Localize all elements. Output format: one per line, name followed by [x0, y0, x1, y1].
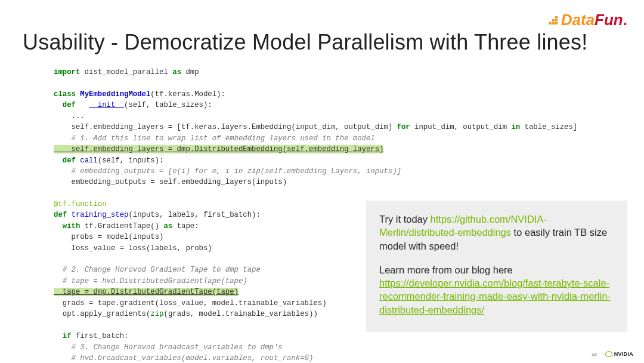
slide-footer: 19 NVIDIA — [592, 351, 633, 357]
code-comment: # 2. Change Horovod Gradient Tape to dmp… — [54, 266, 261, 274]
blog-link[interactable]: https://developer.nvidia.com/blog/fast-t… — [379, 278, 611, 315]
info-text: Learn more from our blog here — [379, 264, 513, 275]
code-text: grads = tape.gradient(loss_value, model.… — [54, 299, 327, 307]
code-text: self.embedding_layers = [tf.keras.layers… — [54, 123, 397, 131]
kw-in: in — [511, 123, 520, 131]
code-text: probs = model(inputs) — [54, 233, 163, 241]
code-text: (self, inputs): — [98, 156, 164, 165]
code-text: tf.GradientTape() — [85, 222, 164, 230]
fn-call: call — [80, 156, 98, 165]
decorator: @tf.function — [54, 200, 107, 208]
highlighted-line-1: self.embedding_layers = dmp.DistributedE… — [54, 145, 383, 153]
code-text: (inputs, labels, first_batch): — [128, 211, 260, 219]
kw-with: with — [54, 222, 85, 230]
code-comment: # tape = hvd.DistributedGradientTape(tap… — [54, 277, 247, 285]
class-name: MyEmbeddingModel — [80, 90, 150, 99]
datafun-logo: DataFun. — [549, 11, 627, 29]
builtin-zip: zip — [150, 310, 163, 318]
kw-class: class — [54, 90, 80, 99]
slide-title: Usability - Democratize Model Parallelis… — [23, 30, 587, 55]
kw-for: for — [397, 123, 410, 131]
nvidia-logo: NVIDIA — [605, 351, 633, 357]
code-text: dmp — [181, 68, 199, 76]
code-text: embedding_outputs = self.embedding_layer… — [54, 178, 287, 186]
code-text: first_batch: — [76, 332, 129, 340]
code-text: opt.apply_gradients( — [54, 310, 150, 318]
nvidia-eye-icon — [605, 351, 612, 357]
info-text: Try it today — [379, 214, 431, 224]
page-number: 19 — [592, 352, 597, 357]
kw-def: def — [54, 211, 72, 219]
code-text: ... — [54, 112, 85, 121]
info-callout: Try it today https://github.com/NVIDIA-M… — [366, 201, 627, 332]
kw-as: as — [172, 68, 181, 76]
code-text: (grads, model.trainable_variables)) — [164, 310, 318, 318]
kw-as: as — [163, 222, 172, 230]
info-paragraph-2: Learn more from our blog here https://de… — [379, 263, 614, 316]
code-text: table_sizes] — [520, 123, 577, 131]
code-text: dist_model_parallel — [80, 68, 172, 76]
logo-text-fun: Fun — [595, 11, 623, 29]
code-text: (self, table_sizes): — [124, 101, 212, 109]
logo-text-data: Data — [561, 11, 595, 29]
kw-import: import — [54, 68, 80, 76]
info-paragraph-1: Try it today https://github.com/NVIDIA-M… — [379, 213, 614, 253]
fn-training-step: training_step — [72, 211, 129, 219]
logo-dot: . — [623, 11, 627, 29]
code-comment: # hvd.broadcast_variables(model.variable… — [54, 354, 313, 362]
code-text: tape: — [172, 222, 199, 230]
code-text: input_dim, output_dim — [410, 123, 512, 131]
kw-if: if — [54, 332, 76, 340]
logo-dots-icon — [549, 15, 560, 26]
kw-def: def — [54, 101, 89, 109]
nvidia-text: NVIDIA — [614, 351, 633, 357]
code-comment: # 3. Change Horovod broadcast_variables … — [54, 343, 283, 352]
code-text: (tf.keras.Model): — [150, 90, 225, 99]
highlighted-line-2: tape = dmp.DistributedGradientTape(tape) — [54, 288, 239, 296]
fn-init: __init__ — [89, 101, 124, 109]
kw-def: def — [54, 156, 80, 165]
code-comment: # 1. Add this line to wrap list of embed… — [54, 134, 375, 143]
code-comment: # embedding_outputs = [e(i) for e, i in … — [54, 167, 401, 176]
code-text: loss_value = loss(labels, probs) — [54, 244, 212, 253]
